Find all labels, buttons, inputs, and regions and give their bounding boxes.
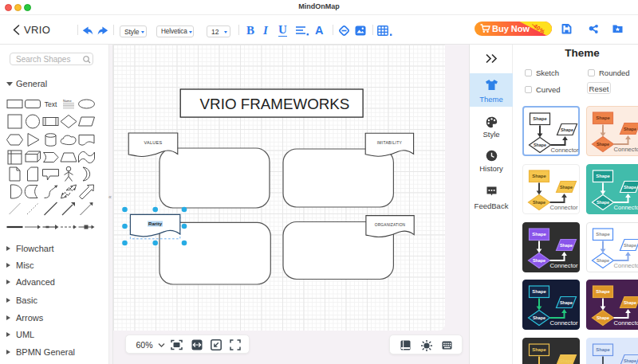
svg-text:Connector: Connector: [549, 203, 578, 210]
svg-text:Shape: Shape: [596, 115, 610, 120]
svg-text:Shape: Shape: [559, 242, 572, 247]
svg-text:Shape: Shape: [533, 143, 545, 147]
svg-text:Shape: Shape: [533, 116, 547, 121]
svg-text:Connector: Connector: [550, 147, 579, 154]
svg-text:Shape: Shape: [623, 300, 636, 305]
svg-text:Name: Name: [63, 99, 72, 103]
svg-text:Connector: Connector: [613, 261, 638, 268]
svg-text:Connector: Connector: [613, 146, 638, 153]
svg-text:Shape: Shape: [532, 258, 545, 263]
svg-text:Connector: Connector: [613, 319, 638, 327]
svg-text:Shape: Shape: [532, 200, 545, 205]
svg-text:Text: Text: [45, 100, 57, 108]
svg-text:Shape: Shape: [623, 127, 636, 131]
svg-text:Shape: Shape: [532, 174, 546, 178]
svg-text:VALUES: VALUES: [144, 140, 162, 145]
svg-text:Shape: Shape: [559, 185, 572, 190]
svg-text:Shape: Shape: [559, 358, 572, 363]
svg-text:Connector: Connector: [613, 203, 638, 210]
svg-text:Shape: Shape: [623, 242, 636, 247]
svg-text:Shape: Shape: [532, 348, 546, 353]
svg-text:Shape: Shape: [596, 142, 608, 147]
svg-text:Rarity: Rarity: [148, 221, 163, 226]
svg-text:Shape: Shape: [560, 127, 573, 132]
svg-text:ORGANIZATION: ORGANIZATION: [375, 223, 406, 227]
svg-text:Shape: Shape: [596, 290, 610, 295]
svg-text:Shape: Shape: [596, 348, 610, 353]
svg-text:Connector: Connector: [549, 261, 578, 268]
svg-text:Shape: Shape: [596, 258, 608, 263]
svg-text:Shape: Shape: [559, 300, 572, 305]
svg-text:Shape: Shape: [532, 316, 545, 321]
svg-text:Shape: Shape: [532, 232, 546, 237]
svg-text:Shape: Shape: [623, 358, 636, 363]
svg-text:VRIO FRAMEWORKS: VRIO FRAMEWORKS: [200, 96, 350, 112]
svg-text:Shape: Shape: [532, 290, 546, 295]
svg-text:IMITABILITY: IMITABILITY: [377, 140, 403, 145]
svg-text:Shape: Shape: [596, 174, 610, 178]
svg-text:Shape: Shape: [623, 185, 636, 190]
svg-text:Shape: Shape: [596, 316, 608, 321]
svg-text:Connector: Connector: [549, 319, 578, 327]
svg-text:Shape: Shape: [596, 200, 608, 205]
svg-text:Shape: Shape: [596, 232, 610, 237]
